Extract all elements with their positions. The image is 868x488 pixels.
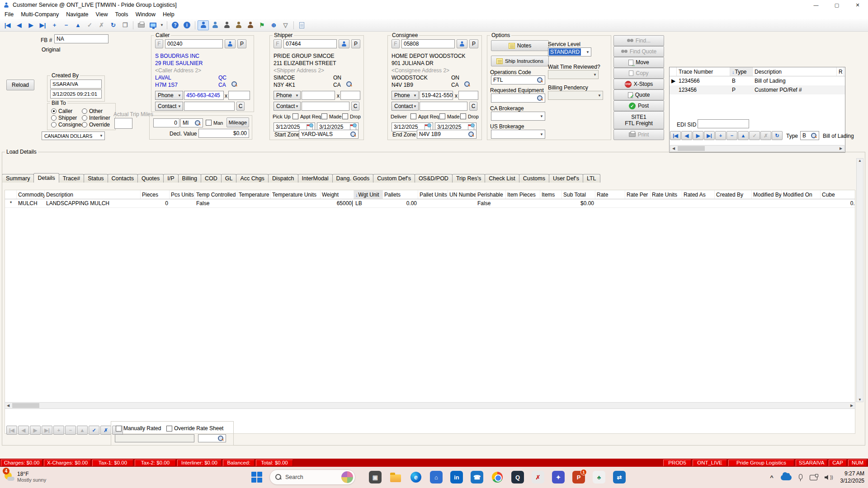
scroll-down-icon[interactable]: ▼ (857, 398, 863, 402)
zone-search-icon[interactable] (350, 131, 356, 137)
cancel-icon[interactable]: ✗ (96, 20, 107, 30)
insert-button[interactable]: + (715, 131, 726, 140)
calendar-icon[interactable] (468, 124, 474, 130)
tab-details[interactable]: Details (33, 173, 59, 183)
caller-account-input[interactable]: 00240 (165, 39, 223, 48)
billing-pendency-select[interactable]: ▼ (548, 91, 603, 100)
phone-link-icon[interactable]: ☎ (471, 471, 483, 483)
end-zone-input[interactable]: N4V 1B9 (417, 130, 476, 139)
override-rate-sheet-checkbox[interactable]: Override Rate Sheet (166, 425, 223, 432)
outlook-icon[interactable]: P1 (572, 471, 585, 483)
caller-lookup-icon[interactable] (209, 20, 221, 30)
grid-data-row[interactable]: *MULCHLANDSCAPPING MULCH0False65000LB0.0… (5, 199, 855, 208)
calendar-icon[interactable] (425, 124, 431, 130)
grid-column-modified-by[interactable]: Modified By (752, 190, 782, 199)
grid-column-pallet-units[interactable]: Pallet Units (418, 190, 448, 199)
rate-sheet-input[interactable] (115, 434, 194, 442)
grid-vscrollbar[interactable]: ▲ ▼ (856, 158, 863, 402)
find-quote-button[interactable]: Find Quote (613, 46, 664, 57)
consignee-phone-input[interactable]: 519-421-5500 (420, 91, 453, 100)
consignee-appt-req-checkbox[interactable]: Appt Req (410, 113, 439, 119)
consignee-p-button[interactable]: P (469, 39, 478, 48)
grid-column-un-number[interactable]: UN Number (448, 190, 476, 199)
microphone-icon[interactable] (799, 474, 802, 479)
bill-to-other[interactable]: Other (82, 108, 103, 114)
shipper-customer-button[interactable] (339, 39, 349, 48)
grid-column-weight[interactable]: Weight (321, 190, 354, 199)
reload-button[interactable]: Reload (6, 80, 34, 90)
edit-icon[interactable]: ▲ (72, 20, 84, 30)
scroll-right-icon[interactable]: ▶ (849, 404, 855, 408)
scroll-left-icon[interactable]: ◀ (5, 404, 11, 408)
signpost-icon[interactable]: ⚑ (256, 20, 268, 30)
shipper-phone-input[interactable] (302, 91, 335, 100)
operations-code-input[interactable]: FTL (491, 75, 545, 84)
insert-icon[interactable]: + (49, 20, 60, 30)
speaker-icon[interactable]: )) (825, 475, 833, 480)
close-button[interactable]: ✕ (847, 0, 868, 10)
nav-last-button[interactable]: ▶| (42, 426, 52, 435)
driver-icon[interactable] (221, 20, 232, 30)
menu-navigate[interactable]: Navigate (62, 11, 92, 18)
bill-to-consignee[interactable]: Consignee (51, 122, 84, 128)
file-explorer-icon[interactable] (389, 471, 402, 483)
grid-column-items[interactable]: Items (540, 190, 562, 199)
calendar-icon[interactable] (307, 124, 313, 130)
us-brokerage-select[interactable]: ▼ (491, 130, 545, 139)
refresh-button[interactable]: ↻ (772, 131, 783, 140)
cancel-edit-button[interactable]: ✗ (100, 426, 111, 435)
load-details-grid[interactable]: CommodityDescriptionPiecesPcs UnitsTemp … (5, 190, 855, 434)
start-button[interactable] (251, 472, 262, 483)
consignee-ext-input[interactable] (458, 91, 478, 100)
caller-phone-select[interactable]: Phone▼ (155, 91, 183, 100)
decl-value-input[interactable]: $0.00 (198, 129, 249, 138)
delete-icon[interactable]: − (61, 20, 72, 30)
ops-code-search-icon[interactable] (537, 77, 543, 83)
manually-rated-checkbox[interactable]: Manually Rated (116, 425, 161, 432)
cancel-edit-button[interactable]: ✗ (760, 131, 771, 140)
grid-column-wgt-unit[interactable]: ↓Wgt Unit (354, 190, 383, 199)
trace-column-trace-number[interactable]: Trace Number (677, 67, 730, 76)
onedrive-icon[interactable] (781, 475, 792, 480)
grid-column-perishable[interactable]: Perishable (476, 190, 506, 199)
consignee-contact-input[interactable] (420, 102, 467, 111)
teams-icon[interactable]: ✦ (552, 471, 565, 483)
trace-column-type[interactable]: ↓Type (730, 67, 753, 76)
currency-select[interactable]: CANADIAN DOLLARS▼ (42, 131, 105, 140)
trace-type-input[interactable]: B (800, 131, 819, 140)
consignee-made-checkbox[interactable]: Made (439, 113, 460, 119)
shipper-contact-select[interactable]: Contact▼ (274, 102, 301, 111)
scroll-right-icon[interactable]: ▶ (838, 146, 844, 150)
delete-button[interactable]: − (726, 131, 737, 140)
about-icon[interactable]: i (181, 20, 193, 30)
mileage-button[interactable]: Mileage (226, 117, 249, 127)
bill-to-caller[interactable]: Caller (51, 108, 72, 114)
nav-next-button[interactable]: ▶ (693, 131, 703, 140)
menu-help[interactable]: Help (159, 11, 178, 18)
distance-input[interactable]: 0 (153, 118, 179, 127)
trace-column-r[interactable]: R (837, 67, 844, 76)
chrome-icon[interactable] (491, 471, 504, 483)
equipment-search-icon[interactable] (537, 95, 543, 101)
post-button[interactable]: ✓Post (613, 100, 664, 111)
bill-to-override[interactable]: Override (82, 122, 110, 128)
edit-button[interactable]: ▲ (77, 426, 88, 435)
customer-icon[interactable] (198, 20, 209, 30)
menu-view[interactable]: View (92, 11, 112, 18)
grid-column-pcs-units[interactable]: Pcs Units (170, 190, 195, 199)
grid-column-commodity[interactable]: Commodity (17, 190, 45, 199)
trace-column-description[interactable]: Description (753, 67, 837, 76)
grid-column-description[interactable]: Description (45, 190, 141, 199)
trace-row[interactable]: ▶1234566BBill of Lading (670, 76, 845, 85)
find-button[interactable]: Find... (613, 35, 664, 46)
shipper-ext-input[interactable] (340, 91, 360, 100)
grid-column-item-pieces[interactable]: Item Pieces (506, 190, 540, 199)
scroll-thumb[interactable] (678, 146, 705, 151)
distance-unit-input[interactable]: MI (180, 118, 203, 127)
maximize-button[interactable]: ▢ (826, 0, 847, 10)
type-search-icon[interactable] (811, 132, 817, 139)
scroll-up-icon[interactable]: ▲ (857, 159, 863, 163)
nav-prior-button[interactable]: ◀ (18, 426, 29, 435)
shipper-drop-checkbox[interactable]: Drop (342, 113, 361, 119)
shipper-zone-search-icon[interactable] (346, 81, 352, 87)
